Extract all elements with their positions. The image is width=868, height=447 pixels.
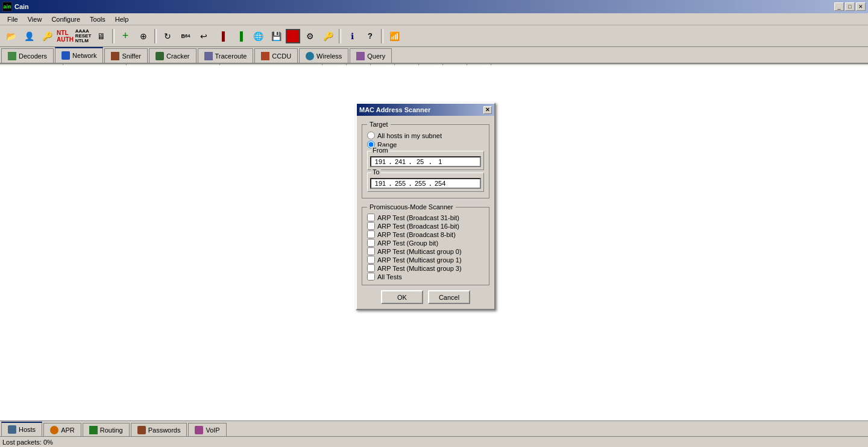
statusbar-label: Lost packets: <box>2 439 42 446</box>
check-multicast-0: ARP Test (Multicast group 0) <box>367 247 484 255</box>
tab-cracker[interactable]: Cracker <box>149 48 197 63</box>
titlebar: ain Cain _ □ ✕ <box>0 0 868 13</box>
tab-decoders-label: Decoders <box>19 52 47 60</box>
bottom-tab-routing[interactable]: Routing <box>83 423 130 436</box>
user-button[interactable]: 👤 <box>20 28 37 45</box>
bottom-tab-voip-label: VoIP <box>206 426 219 434</box>
bar1-button[interactable]: ▐ <box>213 28 230 45</box>
from-dot1: . <box>389 158 391 165</box>
from-ip-oct3[interactable] <box>412 158 429 165</box>
tab-query[interactable]: Query <box>350 48 392 63</box>
maximize-button[interactable]: □ <box>845 2 855 11</box>
tab-traceroute[interactable]: Traceroute <box>198 48 254 63</box>
monitor-button[interactable]: 🖥 <box>93 28 110 45</box>
menu-configure[interactable]: Configure <box>46 14 85 24</box>
check-multicast-3: ARP Test (Multicast group 3) <box>367 264 484 272</box>
voip-icon <box>195 426 203 434</box>
menu-file[interactable]: File <box>2 14 23 24</box>
tab-decoders[interactable]: Decoders <box>1 48 54 63</box>
to-ip-group: To . . . <box>367 173 484 192</box>
tab-ccdu[interactable]: CCDU <box>254 48 298 63</box>
red-sq-button[interactable] <box>286 29 300 43</box>
stats-button[interactable]: 📶 <box>386 28 403 45</box>
promiscuous-legend: Promiscuous-Mode Scanner <box>367 203 456 211</box>
minimize-button[interactable]: _ <box>834 2 844 11</box>
cancel-button[interactable]: Cancel <box>428 290 470 304</box>
network-icon <box>61 51 70 60</box>
to-ip-oct1[interactable] <box>372 180 389 187</box>
toolbar-sep3 <box>339 29 341 43</box>
key-button[interactable]: 🔑 <box>319 28 336 45</box>
b64-button[interactable]: B64 <box>177 28 194 45</box>
checkbox-all-tests[interactable] <box>367 273 375 281</box>
statusbar-value: 0% <box>43 439 53 446</box>
checkbox-group-bit[interactable] <box>367 239 375 247</box>
close-button[interactable]: ✕ <box>856 2 866 11</box>
to-dot3: . <box>429 180 431 187</box>
help-button[interactable]: ? <box>362 28 379 45</box>
from-ip-oct4[interactable] <box>432 158 448 165</box>
check-multicast-1: ARP Test (Multicast group 1) <box>367 256 484 264</box>
net-button[interactable]: 🌐 <box>250 28 266 45</box>
open-button[interactable]: 📂 <box>2 28 19 45</box>
tab-network[interactable]: Network <box>55 47 103 63</box>
from-ip-input: . . . <box>370 156 481 167</box>
from-ip-oct1[interactable] <box>372 158 389 165</box>
bottom-tab-hosts-label: Hosts <box>19 426 36 433</box>
bottom-tab-voip[interactable]: VoIP <box>188 423 226 436</box>
ok-button[interactable]: OK <box>381 290 423 304</box>
refresh-button[interactable]: ↻ <box>159 28 176 45</box>
toolbar-sep2 <box>154 29 157 43</box>
passwords-icon <box>137 426 146 434</box>
titlebar-buttons: _ □ ✕ <box>834 2 866 11</box>
to-ip-oct2[interactable] <box>392 180 409 187</box>
info-button[interactable]: ℹ <box>344 28 360 45</box>
checkbox-multicast-3[interactable] <box>367 264 375 272</box>
from-ip-oct2[interactable] <box>392 158 409 165</box>
to-ip-oct4[interactable] <box>432 180 448 187</box>
checkbox-broadcast-31[interactable] <box>367 214 375 221</box>
menu-view[interactable]: View <box>23 14 47 24</box>
toolbar-sep1 <box>112 29 115 43</box>
tab-traceroute-label: Traceroute <box>215 52 247 60</box>
to-dot1: . <box>389 180 391 187</box>
titlebar-left: ain Cain <box>2 2 29 11</box>
tab-sniffer[interactable]: Sniffer <box>104 48 148 63</box>
bottom-tab-passwords[interactable]: Passwords <box>131 423 187 436</box>
bottom-tab-routing-label: Routing <box>100 426 123 434</box>
checkbox-broadcast-16[interactable] <box>367 222 375 230</box>
add-button[interactable]: + <box>117 28 134 45</box>
menu-tools[interactable]: Tools <box>85 14 110 24</box>
gear-button[interactable]: ⚙ <box>301 28 318 45</box>
ccdu-icon <box>261 52 269 60</box>
check-broadcast-16: ARP Test (Broadcast 16-bit) <box>367 222 484 230</box>
from-dot2: . <box>409 158 411 165</box>
dialog-titlebar: MAC Address Scanner ✕ <box>357 104 494 116</box>
bottom-tab-apr[interactable]: APR <box>43 423 81 436</box>
decode-button[interactable]: ↩ <box>195 28 212 45</box>
bottom-tab-hosts[interactable]: Hosts <box>1 422 42 436</box>
checkbox-broadcast-8[interactable] <box>367 230 375 238</box>
tab-ccdu-label: CCDU <box>272 52 291 60</box>
export-button[interactable]: 💾 <box>268 28 285 45</box>
decoders-icon <box>8 52 16 60</box>
checkbox-multicast-1[interactable] <box>367 256 375 264</box>
target-button[interactable]: ⊕ <box>135 28 152 45</box>
menu-help[interactable]: Help <box>110 14 134 24</box>
to-ip-oct3[interactable] <box>412 180 429 187</box>
radio-all-hosts-label: All hosts in my subnet <box>377 132 442 139</box>
auth-button[interactable]: 🔑 <box>39 28 55 45</box>
wireless-icon <box>306 52 314 60</box>
label-all-tests: All Tests <box>377 273 402 281</box>
sniffer-icon <box>111 52 119 60</box>
mac-address-scanner-dialog: MAC Address Scanner ✕ Target All hosts i… <box>356 103 495 310</box>
tab-wireless[interactable]: Wireless <box>299 48 348 63</box>
list2-button[interactable]: AAAARESETNTLM <box>75 28 92 45</box>
tab-query-label: Query <box>367 52 385 60</box>
list1-button[interactable]: NTLAUTH <box>57 28 74 45</box>
checkbox-multicast-0[interactable] <box>367 247 375 255</box>
bar2-button[interactable]: ▐ <box>231 28 248 45</box>
hosts-icon <box>8 425 16 434</box>
radio-all-hosts[interactable] <box>367 132 375 139</box>
dialog-close-button[interactable]: ✕ <box>483 106 492 114</box>
